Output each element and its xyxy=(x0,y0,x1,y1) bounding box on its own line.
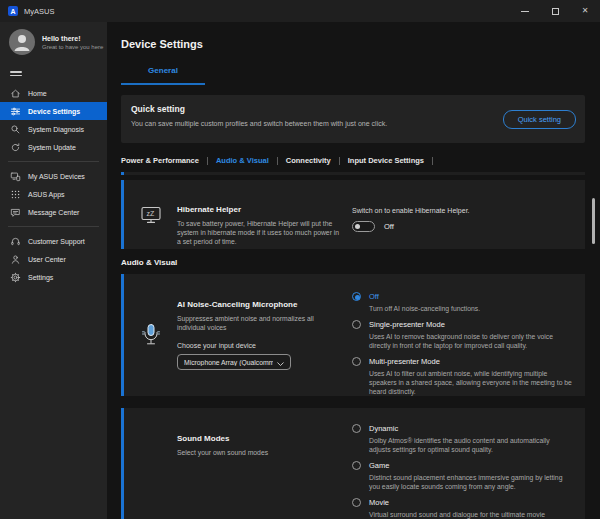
section-heading-audio-visual: Audio & Visual xyxy=(121,258,585,267)
quick-setting-card: Quick setting You can save multiple cust… xyxy=(121,95,585,143)
mic-title: AI Noise-Canceling Microphone xyxy=(177,300,342,309)
hibernate-toggle-state: Off xyxy=(384,222,394,231)
sound-option-movie: Movie Virtual surround sound and dialogu… xyxy=(352,498,573,519)
chevron-down-icon xyxy=(277,353,284,371)
greeting-title: Hello there! xyxy=(42,35,103,42)
main-content: Device Settings General Quick setting Yo… xyxy=(107,22,600,519)
sound-option-dynamic: Dynamic Dolby Atmos® identifies the audi… xyxy=(352,424,573,454)
message-icon xyxy=(10,207,21,218)
svg-text:zZ: zZ xyxy=(146,210,155,217)
window-controls: ✕ xyxy=(510,0,600,22)
radio-icon[interactable] xyxy=(352,320,361,329)
input-device-dropdown-value: Microphone Array (Qualcomm(R) xyxy=(184,359,273,366)
devices-icon xyxy=(10,171,21,182)
mic-option-single-presenter: Single-presenter Mode Uses AI to remove … xyxy=(352,320,573,350)
grid-icon xyxy=(10,189,21,200)
monitor-sleep-icon: zZ xyxy=(124,180,177,249)
sound-option-game: Game Distinct sound placement enhances i… xyxy=(352,461,573,491)
sound-modes-description: Select your own sound modes xyxy=(177,448,342,457)
sound-modes-icon-slot xyxy=(124,408,177,519)
sliders-icon xyxy=(10,106,21,117)
user-greeting[interactable]: Hello there! Great to have you here xyxy=(0,22,107,61)
app-title: MyASUS xyxy=(24,7,54,16)
mic-description: Suppresses ambient noise and normalizes … xyxy=(177,314,342,332)
tab-separator xyxy=(277,157,278,165)
mic-input-device-label: Choose your input device xyxy=(177,342,342,349)
home-icon xyxy=(10,88,21,99)
refresh-icon xyxy=(10,142,21,153)
sidebar-item-asus-apps[interactable]: ASUS Apps xyxy=(0,185,107,203)
tab-general[interactable]: General xyxy=(121,59,205,85)
sidebar-divider xyxy=(8,226,99,227)
hamburger-menu-icon[interactable] xyxy=(10,69,22,78)
hibernate-description: To save battery power, Hibernate Helper … xyxy=(177,219,342,246)
myasus-window: A MyASUS ✕ Hello there! Great to have yo… xyxy=(0,0,600,519)
person-icon xyxy=(10,254,21,265)
vertical-scrollbar[interactable] xyxy=(592,198,595,244)
tab-connectivity[interactable]: Connectivity xyxy=(286,156,331,165)
sidebar-nav: Home Device Settings System Diagnosis Sy… xyxy=(0,84,107,286)
titlebar: A MyASUS ✕ xyxy=(0,0,600,22)
sound-option-movie-radio-row[interactable]: Movie xyxy=(352,498,573,507)
sound-modes-card: Sound Modes Select your own sound modes … xyxy=(121,408,585,519)
headset-icon xyxy=(10,236,21,247)
hibernate-helper-card: zZ Hibernate Helper To save battery powe… xyxy=(121,180,585,249)
radio-icon[interactable] xyxy=(352,357,361,366)
tab-separator xyxy=(339,157,340,165)
tab-audio-visual[interactable]: Audio & Visual xyxy=(216,156,269,165)
input-device-dropdown[interactable]: Microphone Array (Qualcomm(R) xyxy=(177,354,291,370)
greeting-subtitle: Great to have you here xyxy=(42,44,103,50)
mic-option-off: Off Turn off AI noise-canceling function… xyxy=(352,292,573,313)
sidebar-item-user-center[interactable]: User Center xyxy=(0,250,107,268)
gear-icon xyxy=(10,272,21,283)
sound-mode-options: Dynamic Dolby Atmos® identifies the audi… xyxy=(352,408,585,519)
sidebar-divider xyxy=(8,161,99,162)
partial-card-sliver xyxy=(121,172,585,175)
close-button[interactable]: ✕ xyxy=(570,0,600,22)
sidebar-item-system-diagnosis[interactable]: System Diagnosis xyxy=(0,120,107,138)
radio-icon[interactable] xyxy=(352,292,361,301)
sidebar-item-customer-support[interactable]: Customer Support xyxy=(0,232,107,250)
toggle-knob-icon xyxy=(355,224,360,229)
mic-option-single-presenter-radio-row[interactable]: Single-presenter Mode xyxy=(352,320,573,329)
magnifier-icon xyxy=(10,124,21,135)
radio-icon[interactable] xyxy=(352,461,361,470)
tab-input-device-settings[interactable]: Input Device Settings xyxy=(348,156,424,165)
microphone-icon xyxy=(124,274,177,396)
page-title: Device Settings xyxy=(121,38,585,50)
close-icon: ✕ xyxy=(582,7,589,15)
mic-option-off-radio-row[interactable]: Off xyxy=(352,292,573,301)
sidebar-item-message-center[interactable]: Message Center xyxy=(0,203,107,221)
sidebar-item-device-settings[interactable]: Device Settings xyxy=(0,102,107,120)
radio-icon[interactable] xyxy=(352,424,361,433)
ai-noise-canceling-mic-card: AI Noise-Canceling Microphone Suppresses… xyxy=(121,274,585,396)
mic-options: Off Turn off AI noise-canceling function… xyxy=(352,274,585,396)
sidebar-item-system-update[interactable]: System Update xyxy=(0,138,107,156)
tab-power-performance[interactable]: Power & Performance xyxy=(121,156,199,165)
sidebar: Hello there! Great to have you here Home… xyxy=(0,22,107,519)
minimize-icon xyxy=(521,11,529,12)
radio-icon[interactable] xyxy=(352,498,361,507)
mic-option-multi-presenter-radio-row[interactable]: Multi-presenter Mode xyxy=(352,357,573,366)
sidebar-item-settings[interactable]: Settings xyxy=(0,268,107,286)
hibernate-toggle[interactable] xyxy=(352,221,375,232)
quick-setting-button[interactable]: Quick setting xyxy=(503,110,576,129)
tab-separator xyxy=(207,157,208,165)
category-tabs: Power & Performance Audio & Visual Conne… xyxy=(121,156,585,165)
minimize-button[interactable] xyxy=(510,0,540,22)
sound-option-dynamic-radio-row[interactable]: Dynamic xyxy=(352,424,573,433)
hibernate-switch-label: Switch on to enable Hibernate Helper. xyxy=(352,207,573,214)
asus-logo-icon: A xyxy=(8,6,18,16)
sidebar-item-my-asus-devices[interactable]: My ASUS Devices xyxy=(0,167,107,185)
hibernate-title: Hibernate Helper xyxy=(177,205,342,214)
mic-option-multi-presenter: Multi-presenter Mode Uses AI to filter o… xyxy=(352,357,573,396)
maximize-icon xyxy=(552,8,559,15)
tab-separator xyxy=(432,157,433,165)
sound-option-game-radio-row[interactable]: Game xyxy=(352,461,573,470)
maximize-button[interactable] xyxy=(540,0,570,22)
sidebar-item-home[interactable]: Home xyxy=(0,84,107,102)
sound-modes-title: Sound Modes xyxy=(177,434,342,443)
avatar xyxy=(9,29,35,55)
